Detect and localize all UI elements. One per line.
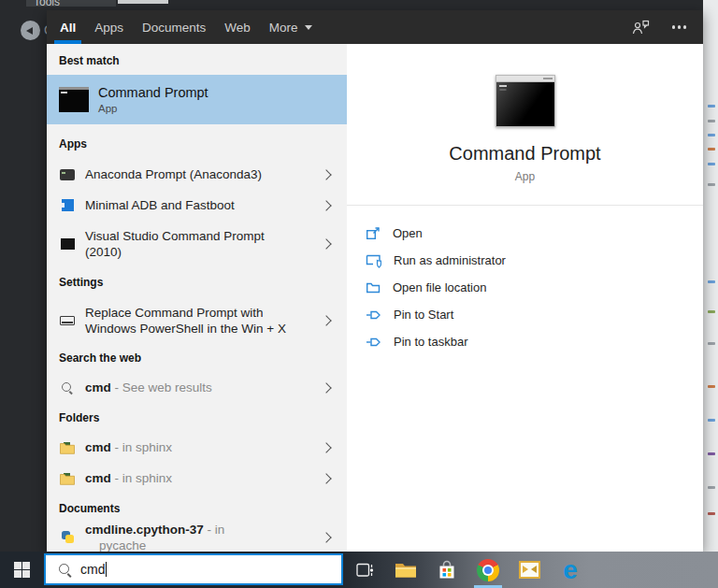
result-vs-command-prompt[interactable]: Visual Studio Command Prompt (2010)	[47, 221, 347, 267]
result-label: Visual Studio Command Prompt (2010)	[85, 228, 302, 260]
section-header-apps: Apps	[59, 136, 347, 151]
chevron-right-icon[interactable]	[321, 169, 331, 179]
action-run-as-administrator[interactable]: Run as administrator	[366, 247, 703, 274]
result-replace-cmd-setting[interactable]: Replace Command Prompt with Windows Powe…	[47, 297, 347, 344]
taskbar: cmd e	[0, 552, 718, 588]
chevron-right-icon[interactable]	[321, 382, 331, 393]
scroll-annotation	[708, 120, 715, 122]
chrome-button[interactable]	[467, 552, 509, 588]
feedback-icon[interactable]	[632, 20, 650, 36]
tab-all-label: All	[60, 21, 76, 35]
windows-logo-icon	[14, 562, 31, 579]
folder-icon	[60, 441, 75, 454]
chevron-right-icon[interactable]	[321, 315, 331, 325]
pin-icon	[366, 335, 381, 350]
chevron-right-icon[interactable]	[321, 473, 331, 483]
action-open[interactable]: Open	[366, 220, 703, 247]
action-label: Pin to taskbar	[394, 335, 468, 349]
detail-subtitle: App	[515, 170, 535, 183]
result-folder-cmd-1[interactable]: cmd - in sphinx	[47, 432, 347, 463]
section-header-search-web: Search the web	[59, 351, 347, 366]
web-query: cmd	[85, 380, 111, 394]
result-label: Anaconda Prompt (Anaconda3)	[85, 166, 262, 182]
search-query-text: cmd	[80, 562, 105, 577]
tab-more[interactable]: More	[260, 10, 322, 44]
chevron-right-icon[interactable]	[321, 442, 331, 452]
action-label: Open file location	[393, 280, 486, 294]
scroll-annotation	[708, 183, 715, 186]
scroll-annotation	[708, 163, 715, 165]
background-toolbar-sliver	[118, 0, 168, 4]
tab-apps[interactable]: Apps	[85, 10, 133, 44]
section-header-documents: Documents	[59, 501, 347, 516]
result-web-search[interactable]: cmd - See web results	[47, 372, 347, 403]
photos-app-button[interactable]	[509, 552, 550, 588]
best-match-title: Command Prompt	[98, 85, 208, 100]
scroll-annotation	[708, 385, 715, 388]
file-explorer-button[interactable]	[385, 552, 426, 588]
action-label: Open	[393, 226, 423, 240]
tab-web-label: Web	[224, 21, 251, 35]
task-view-button[interactable]	[344, 552, 385, 588]
start-button[interactable]	[0, 552, 44, 588]
taskbar-search-input[interactable]: cmd	[44, 553, 343, 585]
python-file-icon	[61, 530, 75, 544]
result-folder-cmd-2[interactable]: cmd - in sphinx	[47, 463, 347, 494]
folder-detail: - in sphinx	[115, 471, 173, 485]
file-explorer-icon	[395, 561, 417, 580]
folder-detail: - in sphinx	[115, 440, 173, 454]
tab-web[interactable]: Web	[215, 10, 260, 44]
scroll-annotation	[708, 310, 715, 313]
scroll-annotation	[708, 134, 715, 136]
search-icon	[58, 563, 72, 577]
tab-more-label: More	[269, 21, 298, 35]
folder-name: cmd	[85, 471, 111, 485]
search-filter-tabs: All Apps Documents Web More	[47, 10, 703, 44]
text-cursor	[106, 562, 107, 577]
more-options-icon[interactable]	[672, 25, 676, 29]
result-minimal-adb[interactable]: Minimal ADB and Fastboot	[47, 190, 347, 221]
scroll-annotation	[708, 280, 715, 283]
background-tools-tab: Tools	[26, 0, 116, 7]
back-button[interactable]	[21, 21, 40, 40]
adb-icon	[62, 199, 74, 211]
chevron-right-icon[interactable]	[321, 238, 331, 249]
edge-button[interactable]: e	[550, 552, 591, 588]
section-header-best-match: Best match	[59, 53, 347, 68]
chrome-icon	[477, 559, 499, 581]
section-header-settings: Settings	[59, 275, 347, 290]
result-document-cmdline[interactable]: cmdline.cpython-37 - in __pycache__	[47, 523, 347, 552]
action-pin-to-taskbar[interactable]: Pin to taskbar	[366, 328, 703, 355]
search-flyout: All Apps Documents Web More Best match C…	[47, 10, 703, 552]
result-anaconda-prompt[interactable]: Anaconda Prompt (Anaconda3)	[47, 159, 347, 190]
result-label: cmd - in sphinx	[85, 470, 172, 486]
action-open-file-location[interactable]: Open file location	[366, 274, 703, 301]
detail-title: Command Prompt	[449, 143, 600, 165]
background-tools-label: Tools	[34, 0, 60, 7]
result-label: cmd - See web results	[85, 380, 212, 395]
command-prompt-icon	[59, 87, 89, 112]
folder-icon	[60, 472, 75, 485]
result-label: cmdline.cpython-37 - in __pycache__	[85, 522, 302, 552]
store-button[interactable]	[426, 552, 467, 588]
chevron-right-icon[interactable]	[321, 200, 331, 210]
chevron-down-icon	[305, 25, 312, 30]
search-icon	[61, 381, 74, 394]
document-name: cmdline.cpython-37	[85, 523, 204, 537]
chevron-right-icon[interactable]	[321, 532, 331, 542]
command-prompt-large-icon	[495, 75, 555, 127]
vs-command-prompt-icon	[61, 238, 75, 250]
action-label: Pin to Start	[394, 308, 453, 322]
best-match-result[interactable]: Command Prompt App	[47, 75, 347, 124]
folder-name: cmd	[85, 440, 111, 454]
open-icon	[366, 226, 381, 241]
web-detail: - See web results	[115, 380, 212, 394]
pin-icon	[366, 308, 381, 323]
scroll-annotation	[708, 419, 715, 422]
action-pin-to-start[interactable]: Pin to Start	[366, 301, 703, 328]
tab-all[interactable]: All	[50, 10, 85, 44]
task-view-icon	[355, 561, 375, 580]
search-results-list: Best match Command Prompt App Apps Anaco…	[47, 44, 347, 552]
tab-documents[interactable]: Documents	[133, 10, 215, 44]
back-arrow-icon	[26, 27, 33, 35]
